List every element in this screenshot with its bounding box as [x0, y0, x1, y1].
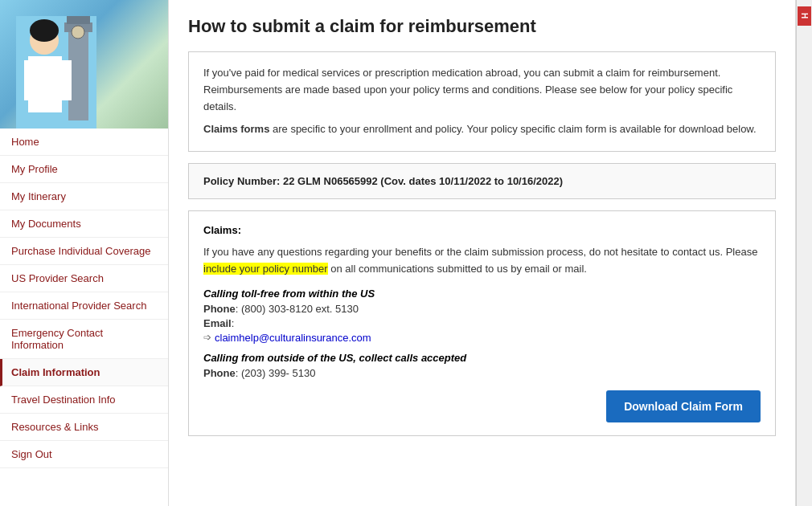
svg-rect-7: [24, 60, 36, 100]
sidebar-item-my-profile[interactable]: My Profile: [0, 156, 168, 183]
right-tab[interactable]: H: [798, 6, 811, 26]
sidebar-item-purchase-individual[interactable]: Purchase Individual Coverage: [0, 238, 168, 265]
us-email-row: Email:: [203, 317, 761, 329]
right-panel: H: [796, 0, 812, 506]
sidebar: HomeMy ProfileMy ItineraryMy DocumentsPu…: [0, 0, 169, 506]
svg-rect-3: [67, 16, 90, 24]
claims-forms-para: Claims forms are specific to your enroll…: [203, 121, 761, 138]
outside-us-contact-section: Calling from outside of the US, collect …: [203, 352, 761, 379]
svg-point-9: [30, 19, 59, 42]
sidebar-link-resources-links[interactable]: Resources & Links: [0, 414, 168, 440]
sidebar-link-claim-information[interactable]: Claim Information: [2, 359, 168, 386]
sidebar-link-us-provider-search[interactable]: US Provider Search: [0, 265, 168, 292]
download-btn-row: Download Claim Form: [203, 390, 761, 422]
sidebar-link-my-documents[interactable]: My Documents: [0, 210, 168, 237]
us-contact-section: Calling toll-free from within the US Pho…: [203, 288, 761, 344]
policy-number-box: Policy Number: 22 GLM N06565992 (Cov. da…: [188, 163, 776, 199]
sidebar-image: [0, 0, 168, 129]
sidebar-item-resources-links[interactable]: Resources & Links: [0, 414, 168, 441]
sidebar-link-home[interactable]: Home: [0, 129, 168, 155]
claims-heading: Claims:: [203, 224, 761, 236]
svg-rect-8: [61, 60, 72, 100]
sidebar-link-sign-out[interactable]: Sign Out: [0, 441, 168, 467]
email-link[interactable]: claimhelp@culturalinsurance.com: [215, 332, 371, 344]
nav-list: HomeMy ProfileMy ItineraryMy DocumentsPu…: [0, 129, 168, 506]
intro-box: If you've paid for medical services or p…: [188, 51, 776, 152]
intro-para: If you've paid for medical services or p…: [203, 65, 761, 115]
claims-box: Claims: If you have any questions regard…: [188, 210, 776, 436]
main-content: How to submit a claim for reimbursement …: [169, 0, 796, 506]
svg-point-4: [72, 26, 84, 39]
sidebar-link-purchase-individual[interactable]: Purchase Individual Coverage: [0, 238, 168, 264]
sidebar-link-my-itinerary[interactable]: My Itinerary: [0, 183, 168, 210]
email-arrow-icon: ➩: [203, 332, 211, 343]
sidebar-item-sign-out[interactable]: Sign Out: [0, 441, 168, 468]
sidebar-link-emergency-contact[interactable]: Emergency Contact Information: [0, 320, 168, 358]
page-title: How to submit a claim for reimbursement: [188, 16, 776, 37]
claims-body: If you have any questions regarding your…: [203, 244, 761, 278]
sidebar-item-my-documents[interactable]: My Documents: [0, 210, 168, 238]
outside-us-heading: Calling from outside of the US, collect …: [203, 352, 761, 364]
email-link-row: ➩ claimhelp@culturalinsurance.com: [203, 332, 761, 344]
us-calling-heading: Calling toll-free from within the US: [203, 288, 761, 300]
person-illustration: [16, 16, 96, 129]
sidebar-link-international-provider-search[interactable]: International Provider Search: [0, 292, 168, 319]
sidebar-item-us-provider-search[interactable]: US Provider Search: [0, 265, 168, 292]
sidebar-item-travel-destination[interactable]: Travel Destination Info: [0, 386, 168, 414]
sidebar-item-emergency-contact[interactable]: Emergency Contact Information: [0, 320, 168, 359]
sidebar-item-my-itinerary[interactable]: My Itinerary: [0, 183, 168, 210]
sidebar-item-home[interactable]: Home: [0, 129, 168, 156]
sidebar-item-international-provider-search[interactable]: International Provider Search: [0, 292, 168, 320]
download-claim-form-button[interactable]: Download Claim Form: [606, 390, 761, 422]
sidebar-link-travel-destination[interactable]: Travel Destination Info: [0, 386, 168, 413]
sidebar-item-claim-information[interactable]: Claim Information: [0, 359, 168, 386]
sidebar-link-my-profile[interactable]: My Profile: [0, 156, 168, 182]
outside-phone-row: Phone: (203) 399- 5130: [203, 367, 761, 379]
us-phone-row: Phone: (800) 303-8120 ext. 5130: [203, 303, 761, 315]
